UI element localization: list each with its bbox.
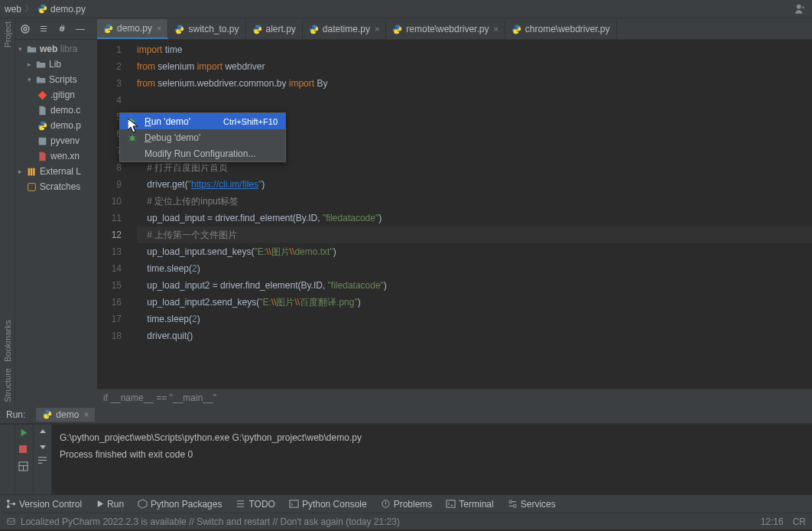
project-tree-panel: — ▾ web libra ▸Lib ▾Scripts .gitign demo… [15,18,97,406]
folder-icon [35,59,46,70]
up-arrow-icon[interactable] [38,428,47,437]
close-icon[interactable]: × [375,24,379,34]
left-toolwindow-stripe: Project Bookmarks Structure [0,18,15,406]
tree-node-demo-py[interactable]: demo.p [15,118,97,133]
editor-area: demo.py× switch_to.py alert.py datetime.… [97,18,812,406]
user-icon[interactable] [794,2,807,16]
collapse-icon[interactable]: — [73,22,87,36]
tree-node-scripts[interactable]: ▾Scripts [15,72,97,87]
status-notification-icon[interactable] [6,516,16,526]
svg-rect-6 [19,445,27,453]
bookmarks-toolwindow-button[interactable]: Bookmarks [3,320,12,362]
stop-icon[interactable] [18,445,31,457]
select-target-icon[interactable] [18,22,32,36]
bottom-toolwindow-stripe: Version Control Run Python Packages TODO… [0,494,812,513]
status-message[interactable]: Localized PyCharm 2022.2.3 is available … [21,516,400,527]
line-number-gutter[interactable]: 123456789101112131415161718 [97,40,128,389]
console-line: Process finished with exit code 0 [60,446,804,463]
rerun-icon[interactable] [18,428,31,440]
line-separator[interactable]: CR [793,516,806,527]
console-line: G:\python_project\web\Scripts\python.exe… [60,429,804,446]
editor-breadcrumb[interactable]: if __name__ == "__main__" [97,389,812,406]
run-toolwindow-header: Run: demo× [0,406,812,424]
tree-node-pyvenv[interactable]: pyvenv [15,133,97,148]
library-icon [26,166,37,177]
soft-wrap-icon[interactable] [37,455,47,465]
services-tab[interactable]: Services [508,499,556,510]
python-console-tab[interactable]: Python Console [289,499,367,510]
tab-alert[interactable]: alert.py [246,19,303,39]
code-editor[interactable]: 123456789101112131415161718 import time … [97,40,812,389]
python-packages-tab[interactable]: Python Packages [138,499,222,510]
close-icon[interactable]: × [157,24,161,33]
tab-switch-to[interactable]: switch_to.py [168,19,245,39]
tree-external-libs[interactable]: ▸External L [15,164,97,179]
tree-root[interactable]: ▾ web libra [15,41,97,57]
svg-rect-4 [38,137,46,145]
menu-run[interactable]: Run 'demo' Ctrl+Shift+F10 [120,113,285,129]
svg-rect-5 [28,183,35,191]
python-file-icon [512,24,521,34]
tab-remote-webdriver[interactable]: remote\webdriver.py× [386,19,505,39]
python-file-icon [309,24,319,34]
breadcrumb-file[interactable]: demo.py [50,4,86,15]
run-tab[interactable]: Run [96,499,124,510]
navigation-bar: web 〉 demo.py [0,0,812,18]
menu-modify-config[interactable]: Modify Run Configuration... [120,145,285,161]
python-file-icon [37,120,47,131]
close-icon[interactable]: × [83,409,89,420]
tree-node-wen[interactable]: wen.xn [15,148,97,164]
structure-toolwindow-button[interactable]: Structure [3,368,12,402]
run-config-tab[interactable]: demo× [36,408,95,422]
svg-rect-11 [290,500,298,507]
svg-point-3 [24,28,27,31]
left-toolwindow-stripe-lower [0,425,15,494]
svg-point-1 [802,6,804,8]
menu-debug[interactable]: Debug 'demo' [120,129,285,145]
project-tree[interactable]: ▾ web libra ▸Lib ▾Scripts .gitign demo.c… [15,40,97,196]
run-toolbar-primary [15,425,34,494]
problems-tab[interactable]: Problems [381,499,433,510]
settings-icon[interactable] [55,22,69,36]
bug-icon [128,133,140,142]
tab-datetime[interactable]: datetime.py× [303,19,386,39]
folder-icon [35,74,46,85]
run-console-output[interactable]: G:\python_project\web\Scripts\python.exe… [52,425,812,494]
run-toolbar-secondary [34,425,52,494]
close-icon[interactable]: × [493,24,498,34]
svg-point-8 [7,500,10,503]
cursor-position[interactable]: 12:16 [761,516,784,527]
svg-point-15 [513,504,516,507]
tab-demo[interactable]: demo.py× [97,19,168,39]
layout-icon[interactable] [18,461,31,474]
editor-tabs: demo.py× switch_to.py alert.py datetime.… [97,18,812,40]
chevron-right-icon: 〉 [24,2,34,15]
tree-node-demo-c[interactable]: demo.c [15,103,97,118]
tree-scratches[interactable]: Scratches [15,179,97,194]
file-icon [37,151,47,161]
play-icon [128,117,140,125]
version-control-tab[interactable]: Version Control [6,499,82,510]
python-file-icon [37,4,47,15]
python-file-icon [174,24,184,34]
python-file-icon [392,24,402,34]
run-title: Run: [6,409,25,420]
expand-all-icon[interactable] [37,22,50,36]
svg-point-17 [130,135,135,141]
project-toolwindow-button[interactable]: Project [3,21,12,47]
tree-node-gitignore[interactable]: .gitign [15,87,97,103]
code-content[interactable]: import time from selenium import webdriv… [128,40,812,389]
breadcrumb-project[interactable]: web [5,4,21,15]
svg-point-0 [797,4,801,8]
terminal-tab[interactable]: Terminal [446,499,493,510]
tree-node-lib[interactable]: ▸Lib [15,57,97,72]
editor-context-menu: Run 'demo' Ctrl+Shift+F10 Debug 'demo' M… [119,112,286,162]
down-arrow-icon[interactable] [38,441,47,451]
todo-tab[interactable]: TODO [235,499,274,510]
tab-chrome-webdriver[interactable]: chrome\webdriver.py [505,19,617,39]
status-bar: Localized PyCharm 2022.2.3 is available … [0,513,812,529]
scratches-icon [26,181,37,192]
svg-point-14 [509,500,512,503]
file-icon [37,105,47,116]
python-file-icon [42,409,52,419]
